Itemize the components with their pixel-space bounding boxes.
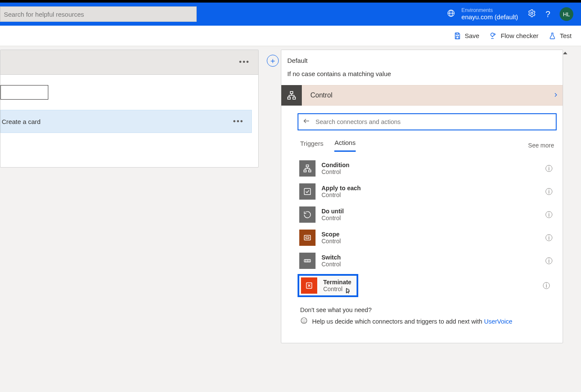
svg-rect-7 — [290, 91, 293, 94]
info-icon[interactable]: i — [543, 282, 550, 289]
global-search-input[interactable] — [4, 11, 193, 18]
action-subtitle: Control — [321, 192, 361, 198]
terminate-icon — [301, 277, 317, 294]
action-subtitle: Control — [321, 261, 341, 268]
svg-rect-16 — [306, 237, 309, 239]
flow-checker-button[interactable]: Flow checker — [490, 32, 538, 40]
user-avatar[interactable]: HL — [560, 7, 573, 21]
action-tabs: Triggers Actions See more — [298, 130, 557, 152]
svg-point-3 — [531, 12, 533, 15]
action-title: Do until — [321, 208, 344, 215]
action-icon — [299, 206, 316, 223]
action-icon — [299, 160, 316, 177]
uservoice-link[interactable]: UserVoice — [484, 318, 512, 325]
svg-rect-13 — [309, 170, 311, 172]
action-subtitle: Control — [321, 215, 344, 221]
create-card-action[interactable]: Create a card ••• — [0, 110, 252, 133]
action-title: Scope — [321, 231, 341, 238]
action-item-terminate[interactable]: Terminate Control — [298, 274, 358, 297]
env-value: enayu.com (default) — [461, 13, 518, 21]
action-title: Switch — [321, 254, 341, 261]
cursor-icon — [344, 286, 351, 297]
environment-picker[interactable]: Environments enayu.com (default) — [447, 7, 518, 21]
footer-prompt: Don't see what you need? — [300, 307, 554, 313]
tab-triggers[interactable]: Triggers — [300, 140, 323, 151]
info-icon[interactable]: i — [546, 211, 552, 218]
scroll-up-icon[interactable] — [563, 52, 567, 54]
add-branch-button[interactable]: ＋ — [267, 55, 279, 67]
help-icon[interactable]: ? — [546, 9, 550, 19]
connector-header[interactable]: Control — [281, 85, 563, 106]
more-icon[interactable]: ••• — [239, 58, 250, 67]
panel-description: If no case contains a matching value — [281, 68, 563, 85]
save-button[interactable]: Save — [454, 32, 479, 40]
connector-search-input[interactable] — [316, 118, 552, 125]
svg-rect-12 — [304, 170, 307, 172]
environment-icon — [447, 9, 455, 19]
action-title: Apply to each — [321, 185, 361, 192]
svg-rect-14 — [304, 189, 311, 195]
case-card-header[interactable]: ••• — [0, 50, 258, 75]
svg-rect-11 — [306, 165, 309, 167]
info-icon[interactable]: i — [546, 165, 552, 172]
command-bar: Save Flow checker Test — [0, 26, 581, 46]
svg-point-26 — [305, 320, 305, 320]
svg-rect-8 — [288, 97, 290, 99]
control-connector-icon — [281, 85, 302, 106]
settings-icon[interactable] — [528, 9, 536, 19]
info-icon[interactable]: i — [546, 234, 552, 241]
case-card: ••• Create a card ••• — [0, 50, 259, 168]
default-case-panel: Default If no case contains a matching v… — [281, 50, 563, 343]
action-icon — [299, 230, 316, 246]
env-label: Environments — [461, 7, 518, 13]
action-title: Condition — [321, 162, 349, 168]
svg-rect-15 — [304, 236, 311, 240]
create-card-label: Create a card — [2, 118, 41, 125]
svg-rect-4 — [456, 33, 458, 35]
panel-title: Default — [281, 50, 563, 68]
svg-point-6 — [491, 33, 494, 36]
action-item[interactable]: Apply to each Control i — [298, 180, 554, 203]
action-item[interactable]: Switch Control i — [298, 249, 554, 272]
connector-name: Control — [310, 91, 333, 99]
svg-rect-5 — [456, 36, 459, 38]
app-header: Environments enayu.com (default) ? HL — [0, 3, 581, 26]
see-more-link[interactable]: See more — [528, 142, 554, 149]
connector-search[interactable] — [298, 113, 557, 130]
global-search[interactable] — [0, 6, 197, 22]
tab-actions[interactable]: Actions — [334, 139, 355, 152]
back-arrow-icon[interactable] — [303, 117, 310, 127]
svg-rect-9 — [293, 97, 295, 99]
svg-point-24 — [301, 318, 307, 324]
action-item[interactable]: Do until Control i — [298, 203, 554, 226]
test-button[interactable]: Test — [549, 32, 572, 40]
action-icon — [299, 183, 316, 200]
action-subtitle: Control — [321, 238, 341, 245]
action-icon — [299, 253, 316, 269]
smile-icon — [300, 317, 308, 326]
action-subtitle: Control — [321, 168, 349, 175]
more-icon[interactable]: ••• — [233, 117, 244, 126]
footer-help-text: Help us decide which connectors and trig… — [312, 318, 512, 325]
action-item[interactable]: Scope Control i — [298, 226, 554, 249]
svg-point-25 — [303, 320, 303, 320]
action-title: Terminate — [323, 279, 351, 286]
action-item[interactable]: Condition Control i — [298, 157, 554, 180]
info-icon[interactable]: i — [546, 257, 552, 264]
info-icon[interactable]: i — [546, 188, 552, 195]
chevron-right-icon[interactable] — [553, 91, 563, 99]
case-value-input[interactable] — [0, 85, 48, 100]
